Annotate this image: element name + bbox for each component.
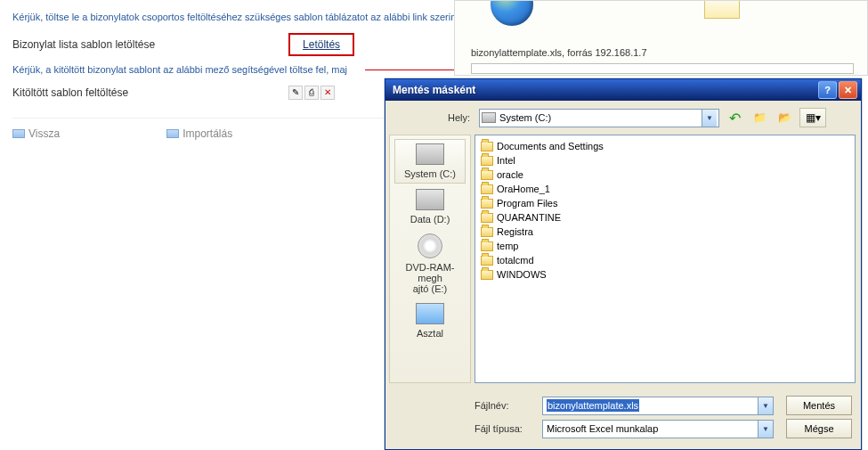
nav-import-label: Importálás <box>183 127 232 140</box>
place-label: DVD-RAM-megh ajtó (E:) <box>396 262 464 294</box>
download-progress-bar <box>471 63 854 74</box>
filetype-select[interactable]: Microsoft Excel munkalap ▼ <box>542 420 774 438</box>
folder-icon <box>481 156 493 166</box>
file-name: temp <box>497 241 518 251</box>
list-item[interactable]: QUARANTINE <box>481 210 849 225</box>
location-dropdown-arrow[interactable]: ▼ <box>702 110 717 127</box>
desktop-icon <box>416 303 444 324</box>
list-item[interactable]: WINDOWS <box>481 267 849 282</box>
delete-icon[interactable]: ✕ <box>320 86 335 100</box>
drive-icon <box>416 189 444 210</box>
folder-icon <box>481 227 493 237</box>
nav-up-icon[interactable]: 📁 <box>750 108 769 127</box>
help-button[interactable]: ? <box>818 81 837 99</box>
folder-icon <box>481 213 493 223</box>
save-as-dialog: Mentés másként ? ✕ Hely: System (C:) ▼ ↶… <box>385 78 862 450</box>
location-label: Hely: <box>448 112 470 123</box>
filename-label: Fájlnév: <box>475 400 537 411</box>
place-data-d[interactable]: Data (D:) <box>394 185 466 228</box>
open-folder-icon <box>704 0 740 19</box>
place-label: Asztal <box>396 328 464 339</box>
list-item[interactable]: temp <box>481 239 849 253</box>
location-select[interactable]: System (C:) ▼ <box>479 109 719 127</box>
list-item[interactable]: oracle <box>481 168 849 182</box>
filename-value: bizonylattemplate.xls <box>547 399 639 412</box>
place-dvd-ram[interactable]: DVD-RAM-megh ajtó (E:) <box>394 230 466 298</box>
save-button[interactable]: Mentés <box>786 396 852 415</box>
place-label: Data (D:) <box>396 214 464 225</box>
filetype-value: Microsoft Excel munkalap <box>547 423 658 434</box>
close-button[interactable]: ✕ <box>839 81 857 99</box>
dialog-title: Mentés másként <box>389 84 816 96</box>
folder-icon <box>481 241 493 251</box>
list-item[interactable]: OraHome_1 <box>481 182 849 196</box>
filename-dropdown-arrow[interactable]: ▼ <box>758 397 773 414</box>
place-desktop[interactable]: Asztal <box>394 299 466 342</box>
place-system-c[interactable]: System (C:) <box>394 139 466 184</box>
dialog-titlebar[interactable]: Mentés másként ? ✕ <box>385 79 861 101</box>
new-folder-icon[interactable]: 📂 <box>775 108 794 127</box>
file-name: Intel <box>497 155 515 166</box>
file-name: Documents and Settings <box>497 141 604 151</box>
nav-import[interactable]: Importálás <box>166 127 232 140</box>
filename-input[interactable]: bizonylattemplate.xls ▼ <box>542 397 774 415</box>
file-name: QUARANTINE <box>497 212 561 223</box>
download-row-label: Bizonylat lista sablon letöltése <box>12 38 155 51</box>
upload-row-label: Kitöltött sablon feltöltése <box>12 86 128 99</box>
drive-icon <box>482 112 496 123</box>
place-label: System (C:) <box>397 168 463 179</box>
print-icon[interactable]: ⎙ <box>304 86 319 100</box>
folder-icon <box>481 170 493 180</box>
folder-icon <box>481 184 493 194</box>
download-link[interactable]: Letöltés <box>303 38 340 51</box>
file-list[interactable]: Documents and SettingsInteloracleOraHome… <box>475 135 856 383</box>
nav-back[interactable]: Vissza <box>12 127 60 140</box>
download-progress-panel: bizonylattemplate.xls, forrás 192.168.1.… <box>454 0 868 76</box>
nav-back-label: Vissza <box>28 127 60 140</box>
folder-icon <box>481 199 493 209</box>
folder-icon <box>481 270 493 280</box>
nav-back-icon[interactable]: ↶ <box>725 108 744 127</box>
view-mode-icon[interactable]: ▦▾ <box>799 108 826 127</box>
file-name: Program Files <box>497 198 557 209</box>
filetype-dropdown-arrow[interactable]: ▼ <box>758 421 773 438</box>
globe-icon <box>491 0 533 26</box>
file-name: oracle <box>497 169 523 180</box>
drive-icon <box>416 143 444 165</box>
file-name: totalcmd <box>497 255 534 266</box>
list-item[interactable]: Intel <box>481 153 849 168</box>
list-item[interactable]: totalcmd <box>481 253 849 267</box>
dvd-icon <box>418 233 442 258</box>
places-bar: System (C:) Data (D:) DVD-RAM-megh ajtó … <box>389 135 471 383</box>
download-highlight-box: Letöltés <box>288 33 354 56</box>
folder-icon <box>12 129 25 138</box>
file-name: Registra <box>497 226 533 237</box>
list-item[interactable]: Documents and Settings <box>481 139 849 153</box>
download-file-label: bizonylattemplate.xls, forrás 192.168.1.… <box>471 47 647 58</box>
file-name: OraHome_1 <box>497 184 550 194</box>
folder-icon <box>481 142 493 151</box>
location-value: System (C:) <box>499 112 551 123</box>
list-item[interactable]: Program Files <box>481 196 849 210</box>
folder-icon <box>481 256 493 266</box>
annotation-arrow-line <box>365 70 463 70</box>
cancel-button[interactable]: Mégse <box>786 419 852 438</box>
file-name: WINDOWS <box>497 269 547 280</box>
filetype-label: Fájl típusa: <box>475 423 537 434</box>
list-item[interactable]: Registra <box>481 225 849 239</box>
folder-icon <box>166 129 179 138</box>
edit-icon[interactable]: ✎ <box>288 86 303 100</box>
